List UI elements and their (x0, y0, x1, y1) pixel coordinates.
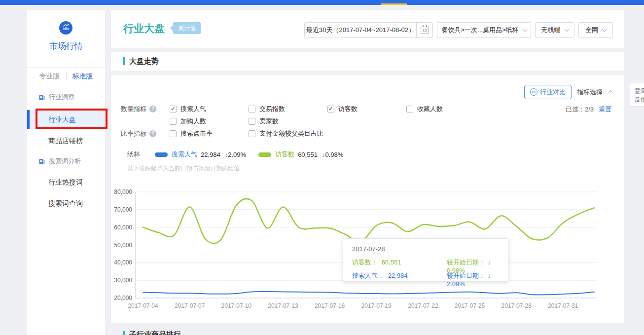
chevron-up-icon (608, 90, 613, 95)
svg-text:50,000: 50,000 (114, 242, 132, 249)
svg-text:40,000: 40,000 (114, 259, 132, 266)
sidebar-item-hot-search-words[interactable]: 行业热搜词 (27, 177, 105, 187)
sidebar: 市场行情 专业版 标准版 行业洞察 行业大盘 商品店铺榜 (27, 10, 105, 335)
metric-select-label: 指标选择 (577, 88, 603, 96)
legend-marker-green (258, 152, 271, 157)
checkbox-label: 加购人数 (180, 117, 206, 126)
sidebar-item-industry-insight[interactable]: 行业洞察 (27, 92, 105, 102)
checkbox-payment-ratio[interactable]: 支付金额较父类目占比 (249, 129, 323, 138)
down-arrow-icon (488, 272, 491, 279)
scope-text: 全网 (585, 26, 598, 35)
date-range-picker[interactable]: 最近30天（2017-07-04~2017-08-02） 15 (304, 22, 433, 38)
svg-text:2017-07-31: 2017-07-31 (548, 302, 578, 309)
checkbox-search-popularity[interactable]: 搜索人气 (170, 105, 206, 113)
selected-count: 已选：2/3重置 (566, 105, 611, 114)
terminal-text: 无线端 (541, 26, 561, 35)
checkbox-box (170, 106, 177, 112)
checkbox-box (406, 106, 413, 112)
svg-text:2017-07-25: 2017-07-25 (455, 302, 485, 309)
svg-text:2017-07-10: 2017-07-10 (221, 302, 252, 309)
top-nav-bar (0, 0, 644, 5)
svg-text:2017-07-28: 2017-07-28 (501, 302, 532, 309)
tooltip-change: 2.09% (447, 280, 465, 288)
active-item-indicator (27, 110, 30, 129)
checkbox-label: 交易指数 (259, 105, 285, 113)
label-text: 数量指标 (121, 105, 146, 113)
reset-link[interactable]: 重置 (599, 106, 611, 113)
chart-tooltip: 2017-07-28 访客数： 60,551 较开始日期： 0.98% 搜索人气… (343, 238, 509, 282)
checkbox-box (170, 130, 177, 137)
help-icon[interactable]: ? (149, 130, 156, 137)
checkbox-label: 卖家数 (259, 117, 279, 126)
next-section-marker (123, 331, 125, 335)
industry-compare-button[interactable]: vs 行业对比 (524, 85, 572, 99)
svg-text:60,000: 60,000 (114, 224, 132, 231)
vs-icon: vs (530, 88, 537, 96)
calendar-button[interactable]: 15 (416, 22, 432, 38)
checkbox-box (327, 106, 334, 112)
sidebar-item-label: 搜索词分析 (49, 156, 81, 166)
edition-tabs: 专业版 标准版 (27, 72, 105, 81)
chevron-down-icon (602, 27, 607, 32)
feedback-line2: 反馈 (635, 95, 644, 104)
terminal-dropdown[interactable]: 无线端 (535, 22, 574, 38)
checkbox-search-ctr[interactable]: 搜索点击率 (170, 129, 213, 138)
sidebar-item-search-word-query[interactable]: 搜索词查询 (27, 198, 105, 208)
checkbox-favorites[interactable]: 收藏人数 (406, 105, 443, 113)
help-icon[interactable]: ? (149, 106, 156, 112)
cumulative-badge: 累计值 (173, 22, 201, 34)
legend-category: 纸杯 (127, 150, 140, 159)
svg-text:2017-07-13: 2017-07-13 (268, 302, 298, 309)
legend-label[interactable]: 访客数 (275, 150, 294, 159)
tab-standard-edition[interactable]: 标准版 (72, 72, 93, 81)
legend-change: 2.09% (228, 151, 246, 158)
tooltip-label: 访客数： (352, 259, 378, 266)
svg-text:70,000: 70,000 (114, 206, 132, 213)
down-arrow-icon (488, 259, 491, 266)
tooltip-compare-label: 较开始日期： (447, 272, 485, 279)
sidebar-item-label[interactable]: 行业大盘 (48, 110, 76, 129)
top-nav-active-indicator (381, 3, 407, 5)
category-text: 餐饮具>一次...桌用品>纸杯 (441, 26, 518, 35)
sidebar-divider (27, 67, 105, 68)
checkbox-box (249, 106, 255, 112)
feedback-tab[interactable]: 意见 反馈 (630, 83, 644, 107)
section-header: 大盘走势 (111, 52, 624, 71)
next-section-title: 子行业商品排行 (129, 330, 181, 335)
legend-label[interactable]: 搜索人气 (172, 150, 197, 159)
category-dropdown[interactable]: 餐饮具>一次...桌用品>纸杯 (437, 22, 531, 38)
checkbox-trade-index[interactable]: 交易指数 (249, 105, 285, 113)
checkbox-visitors[interactable]: 访客数 (327, 105, 358, 113)
svg-text:80,000: 80,000 (114, 188, 132, 195)
book-icon (38, 158, 46, 165)
trend-chart-icon (62, 23, 70, 33)
feedback-line1: 意见 (635, 86, 644, 95)
checkbox-label: 访客数 (338, 105, 358, 113)
selected-count-text: 已选：2/3 (566, 106, 594, 113)
app-title: 市场行情 (27, 40, 105, 52)
sidebar-item-product-shop-ranking[interactable]: 商品店铺榜 (27, 136, 105, 146)
chevron-down-icon (522, 27, 527, 32)
checkbox-label: 搜索人气 (180, 105, 206, 113)
sidebar-item-label: 行业洞察 (49, 92, 74, 102)
ratio-metrics-label: 比率指标 ? (121, 129, 156, 138)
page-header: 行业大盘 累计值 最近30天（2017-07-04~2017-08-02） 15… (111, 10, 624, 48)
legend-value: 22,984 (201, 151, 220, 158)
chart-note: 以下涨跌幅均为当前日期与起始日期的比值 (127, 164, 240, 173)
sidebar-item-search-word-analysis[interactable]: 搜索词分析 (27, 156, 105, 166)
checkbox-sellers[interactable]: 卖家数 (249, 117, 279, 126)
scope-dropdown[interactable]: 全网 (578, 22, 613, 38)
section-marker (123, 57, 125, 65)
metric-select-toggle[interactable]: 指标选择 (577, 85, 612, 99)
checkbox-add-cart[interactable]: 加购人数 (170, 117, 206, 126)
legend-change: 0.98% (325, 151, 343, 158)
tab-divider (66, 73, 67, 80)
tooltip-label: 搜索人气： (352, 272, 384, 279)
legend-value: 60,551 (298, 151, 318, 158)
trend-card: vs 行业对比 指标选择 已选：2/3重置 数量指标 ? 搜索人气 交易指数 访… (111, 75, 624, 323)
checkbox-box (249, 130, 255, 137)
tab-pro-edition[interactable]: 专业版 (39, 72, 60, 81)
legend-marker-blue (155, 152, 168, 157)
checkbox-label: 收藏人数 (417, 105, 443, 113)
svg-text:2017-07-04: 2017-07-04 (128, 302, 158, 309)
